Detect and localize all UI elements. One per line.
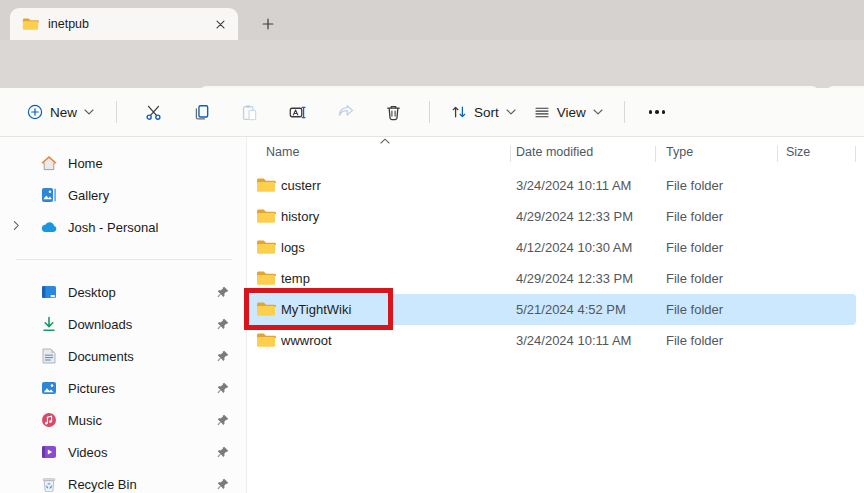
- more-options-button[interactable]: [637, 96, 678, 128]
- cut-icon: [145, 104, 162, 121]
- column-header-name[interactable]: Name: [266, 145, 299, 159]
- delete-button[interactable]: [373, 95, 413, 129]
- music-icon: [40, 411, 58, 429]
- column-header-size[interactable]: Size: [786, 145, 810, 159]
- paste-button[interactable]: [229, 95, 269, 129]
- copy-icon: [193, 104, 210, 121]
- documents-icon: [40, 347, 58, 365]
- toolbar-divider: [624, 101, 625, 123]
- sidebar-item-pictures[interactable]: Pictures: [0, 372, 246, 404]
- view-button[interactable]: View: [525, 96, 612, 128]
- chevron-right-icon[interactable]: [13, 220, 20, 231]
- pin-icon: [216, 445, 230, 459]
- sidebar-item-onedrive-personal[interactable]: Josh - Personal: [0, 211, 246, 243]
- recycle-bin-icon: [40, 475, 58, 493]
- plus-circle-icon: [27, 104, 43, 120]
- tab-inetpub[interactable]: inetpub: [10, 8, 238, 40]
- sidebar-divider: [16, 259, 232, 260]
- file-row-custerr[interactable]: custerr 3/24/2024 10:11 AM File folder: [247, 170, 856, 201]
- column-header-type[interactable]: Type: [666, 145, 693, 159]
- pin-icon: [216, 285, 230, 299]
- folder-icon: [256, 177, 276, 193]
- column-divider[interactable]: [777, 146, 778, 162]
- column-divider[interactable]: [655, 146, 656, 162]
- sidebar-item-gallery[interactable]: Gallery: [0, 179, 246, 211]
- file-explorer-window: inetpub This PC Windows (C:) inetpub Sea…: [0, 0, 864, 493]
- toolbar-divider: [429, 101, 430, 123]
- delete-icon: [385, 104, 402, 121]
- share-icon: [337, 104, 354, 121]
- navigation-bar: This PC Windows (C:) inetpub Sea: [0, 40, 864, 88]
- column-divider[interactable]: [855, 146, 856, 162]
- pin-icon: [216, 317, 230, 331]
- pin-icon: [216, 349, 230, 363]
- sort-arrows-icon: [451, 104, 467, 120]
- new-tab-button[interactable]: [256, 12, 280, 36]
- onedrive-cloud-icon: [40, 218, 58, 236]
- desktop-icon: [40, 283, 58, 301]
- sidebar-item-home[interactable]: Home: [0, 147, 246, 179]
- file-list: Name Date modified Type Size custerr 3/2…: [247, 137, 864, 493]
- view-lines-icon: [534, 104, 550, 120]
- sidebar-item-desktop[interactable]: Desktop: [0, 276, 246, 308]
- file-row-temp[interactable]: temp 4/29/2024 12:33 PM File folder: [247, 263, 856, 294]
- close-tab-icon[interactable]: [210, 14, 230, 34]
- sidebar-item-recycle-bin[interactable]: Recycle Bin: [0, 468, 246, 493]
- share-button[interactable]: [325, 95, 365, 129]
- chevron-down-icon: [506, 109, 516, 115]
- sort-ascending-icon: [380, 138, 390, 144]
- sort-button[interactable]: Sort: [442, 96, 525, 128]
- chevron-down-icon: [593, 109, 603, 115]
- downloads-icon: [40, 315, 58, 333]
- cut-button[interactable]: [133, 95, 173, 129]
- column-headers: Name Date modified Type Size: [247, 137, 864, 170]
- tab-title: inetpub: [48, 17, 89, 31]
- file-row-logs[interactable]: logs 4/12/2024 10:30 AM File folder: [247, 232, 856, 263]
- videos-icon: [40, 443, 58, 461]
- titlebar: inetpub: [0, 0, 864, 40]
- home-icon: [40, 154, 58, 172]
- chevron-down-icon: [84, 109, 94, 115]
- toolbar-divider: [116, 101, 117, 123]
- folder-icon: [256, 270, 276, 286]
- gallery-icon: [40, 186, 58, 204]
- command-toolbar: New Sort View: [0, 88, 864, 137]
- rename-icon: [289, 104, 306, 121]
- folder-icon: [256, 208, 276, 224]
- rename-button[interactable]: [277, 95, 317, 129]
- pin-icon: [216, 381, 230, 395]
- file-row-history[interactable]: history 4/29/2024 12:33 PM File folder: [247, 201, 856, 232]
- sidebar-item-music[interactable]: Music: [0, 404, 246, 436]
- folder-icon: [256, 332, 276, 348]
- pin-icon: [216, 413, 230, 427]
- sidebar: Home Gallery Josh - Personal Desktop Dow…: [0, 137, 247, 493]
- file-row-wwwroot[interactable]: wwwroot 3/24/2024 10:11 AM File folder: [247, 325, 856, 356]
- sidebar-item-downloads[interactable]: Downloads: [0, 308, 246, 340]
- column-header-date-modified[interactable]: Date modified: [516, 145, 593, 159]
- copy-button[interactable]: [181, 95, 221, 129]
- folder-icon: [256, 239, 276, 255]
- paste-icon: [241, 104, 258, 121]
- sidebar-item-documents[interactable]: Documents: [0, 340, 246, 372]
- pictures-icon: [40, 379, 58, 397]
- pin-icon: [216, 477, 230, 491]
- new-button[interactable]: New: [17, 96, 104, 128]
- folder-icon: [256, 301, 276, 317]
- sidebar-item-videos[interactable]: Videos: [0, 436, 246, 468]
- column-divider[interactable]: [510, 146, 511, 162]
- folder-icon: [22, 17, 39, 31]
- file-row-mytightwiki[interactable]: MyTightWiki 5/21/2024 4:52 PM File folde…: [247, 294, 856, 325]
